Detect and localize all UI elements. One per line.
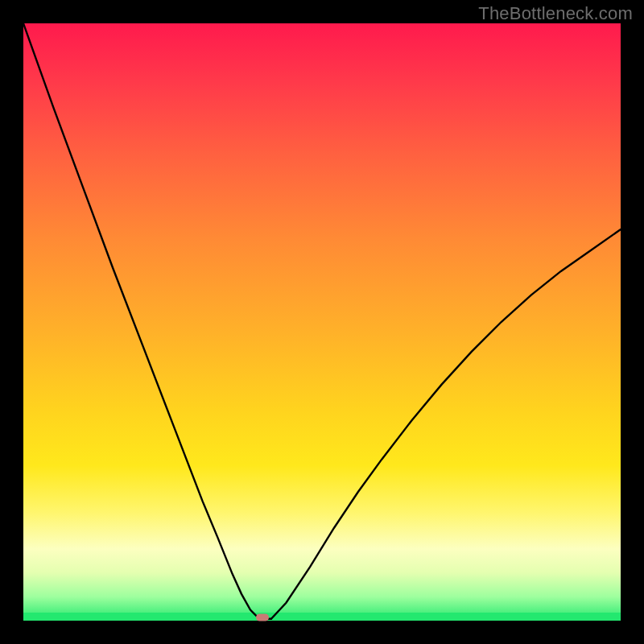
- chart-plot-area: [23, 23, 621, 621]
- watermark-text: TheBottleneck.com: [478, 3, 633, 24]
- curve-left-branch: [23, 23, 259, 619]
- chart-frame: TheBottleneck.com: [0, 0, 644, 644]
- curve-right-branch: [271, 229, 621, 619]
- chart-curve-svg: [23, 23, 621, 621]
- chart-minimum-marker: [256, 614, 269, 621]
